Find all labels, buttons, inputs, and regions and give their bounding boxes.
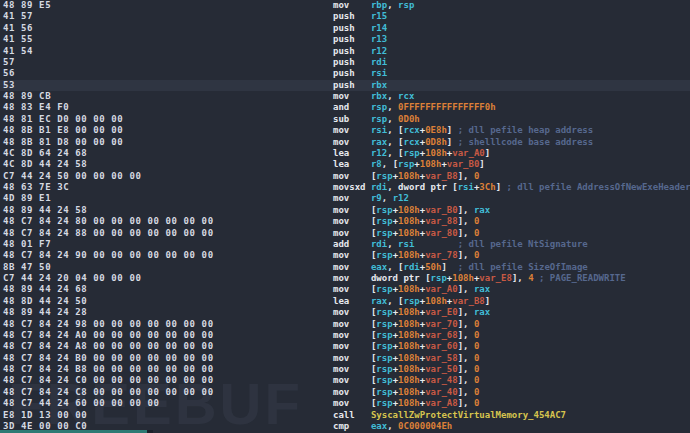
disasm-row[interactable]: 48 8B 81 D8 00 00 00mov rax, [rcx+0D8h] … [0,137,690,148]
operands: eax, 0C000004Eh [371,421,452,431]
disasm-row[interactable]: C7 44 24 20 04 00 00 00mov dword ptr [rs… [0,273,690,284]
disasm-row[interactable]: 48 89 44 24 28mov [rsp+108h+var_E0], rax [0,307,690,318]
disasm-row[interactable]: 48 C7 84 24 C8 00 00 00 00 00 00 00mov [… [0,387,690,398]
instruction-bytes: 48 8B 81 D8 00 00 00 [0,137,333,148]
disasm-row[interactable]: 4C 8D 44 24 58lea r8, [rsp+108h+var_B0] [0,159,690,170]
disasm-row[interactable]: 4C 8D 64 24 68lea r12, [rsp+108h+var_A0] [0,148,690,159]
comment: ; PAGE_READWRITE [539,273,626,283]
disasm-row[interactable]: E8 1D 13 00 00call SyscallZwProtectVirtu… [0,410,690,421]
mnemonic: mov [333,319,371,329]
mnemonic: mov [333,307,371,317]
mnemonic: add [333,239,371,249]
mnemonic: mov [333,273,371,283]
instruction-bytes: 48 89 CB [0,91,333,102]
mnemonic: mov [333,250,371,260]
operands: [rsp+108h+var_60], 0 [371,341,479,351]
comment: ; dll pefile NtSignature [458,239,588,249]
operands: r9, r12 [371,193,409,203]
instruction: mov rbp, rsp [333,0,414,11]
instruction-bytes: 41 54 [0,46,333,57]
instruction-bytes: 41 57 [0,11,333,22]
instruction-bytes: 48 C7 84 24 98 00 00 00 00 00 00 00 [0,319,333,330]
instruction: mov dword ptr [rsp+108h+var_E8], 4 ; PAG… [333,273,626,284]
disasm-row[interactable]: 48 89 CBmov rbx, rcx [0,91,690,102]
disasm-row[interactable]: 8B 47 50mov eax, [rdi+50h] ; dll pefile … [0,262,690,273]
mnemonic: mov [333,216,371,226]
mnemonic: mov [333,375,371,385]
disasm-row[interactable]: 48 8B B1 E8 00 00 00mov rsi, [rcx+0E8h] … [0,125,690,136]
disasm-row[interactable]: 48 C7 84 24 B8 00 00 00 00 00 00 00mov [… [0,364,690,375]
disasm-row[interactable]: 56push rsi [0,68,690,79]
instruction-bytes: 53 [0,80,333,91]
operands: [rsp+108h+var_A0], rax [371,284,490,294]
operands: rbp, rsp [371,0,414,10]
instruction: add rdi, rsi ; dll pefile NtSignature [333,239,588,250]
disasm-row[interactable]: 48 C7 84 24 B0 00 00 00 00 00 00 00mov [… [0,353,690,364]
disasm-row[interactable]: 53push rbx [0,80,690,91]
mnemonic: movsxd [333,182,371,192]
disasm-row[interactable]: 48 C7 84 24 90 00 00 00 00 00 00 00mov [… [0,250,690,261]
instruction-bytes: 48 C7 84 24 C8 00 00 00 00 00 00 00 [0,387,333,398]
instruction-bytes: 48 89 E5 [0,0,333,11]
mnemonic: mov [333,0,371,10]
disasm-row[interactable]: 48 C7 84 24 A8 00 00 00 00 00 00 00mov [… [0,341,690,352]
instruction: push rbx [333,80,387,91]
mnemonic: mov [333,228,371,238]
disasm-row[interactable]: 48 C7 84 24 98 00 00 00 00 00 00 00mov [… [0,319,690,330]
instruction: mov [rsp+108h+var_78], 0 [333,250,479,261]
mnemonic: mov [333,193,371,203]
operands: rax, [rcx+0D8h] [371,137,452,147]
mnemonic: push [333,34,371,44]
operands: eax, [rdi+50h] [371,262,447,272]
instruction: push rdi [333,57,387,68]
disasm-row[interactable]: 41 55push r13 [0,34,690,45]
disasm-row[interactable]: 48 89 44 24 58mov [rsp+108h+var_B0], rax [0,205,690,216]
disasm-row[interactable]: 57push rdi [0,57,690,68]
mnemonic: push [333,68,371,78]
operands: r12 [371,46,387,56]
comment: ; shelllcode base address [458,137,593,147]
disasm-row[interactable]: 48 8D 44 24 50lea rax, [rsp+108h+var_B8] [0,296,690,307]
disasm-row[interactable]: 41 57push r15 [0,11,690,22]
disasm-row[interactable]: 41 54push r12 [0,46,690,57]
call-target: SyscallZwProtectVirtualMemory_454AC7 [371,410,566,420]
instruction-bytes: 4C 8D 44 24 58 [0,159,333,170]
disasm-row[interactable]: 4D 89 E1mov r9, r12 [0,193,690,204]
instruction-bytes: 48 C7 84 24 C0 00 00 00 00 00 00 00 [0,375,333,386]
instruction: push r15 [333,11,387,22]
mnemonic: and [333,102,371,112]
instruction: mov [rsp+108h+var_B8], 0 [333,171,479,182]
instruction-bytes: C7 44 24 50 00 00 00 00 [0,171,333,182]
disasm-row[interactable]: 48 C7 84 24 A0 00 00 00 00 00 00 00mov [… [0,330,690,341]
instruction: lea r12, [rsp+108h+var_A0] [333,148,490,159]
mnemonic: lea [333,159,371,169]
instruction-bytes: 48 C7 84 24 A8 00 00 00 00 00 00 00 [0,341,333,352]
instruction: call SyscallZwProtectVirtualMemory_454AC… [333,410,566,421]
operands: [rsp+108h+var_58], 0 [371,353,479,363]
instruction: push r14 [333,23,387,34]
instruction-bytes: 48 C7 84 24 80 00 00 00 00 00 00 00 [0,216,333,227]
disasm-row[interactable]: 41 56push r14 [0,23,690,34]
disasm-row[interactable]: C7 44 24 50 00 00 00 00mov [rsp+108h+var… [0,171,690,182]
disasm-row[interactable]: 48 81 EC D0 00 00 00sub rsp, 0D0h [0,114,690,125]
operands: rdi [371,57,387,67]
instruction-bytes: 48 81 EC D0 00 00 00 [0,114,333,125]
disasm-row[interactable]: 48 63 7E 3Cmovsxd rdi, dword ptr [rsi+3C… [0,182,690,193]
operands: [rsp+108h+var_50], 0 [371,364,479,374]
disasm-row[interactable]: 48 C7 84 24 C0 00 00 00 00 00 00 00mov [… [0,375,690,386]
mnemonic: mov [333,387,371,397]
operands: r14 [371,23,387,33]
instruction: mov [rsp+108h+var_80], 0 [333,228,479,239]
operands: [rsp+108h+var_E0], rax [371,307,490,317]
operands: [rsp+108h+var_A8], 0 [371,398,479,408]
disasm-row[interactable]: 48 C7 84 24 88 00 00 00 00 00 00 00mov [… [0,228,690,239]
disasm-row[interactable]: 48 89 44 24 68mov [rsp+108h+var_A0], rax [0,284,690,295]
disasm-row[interactable]: 48 89 E5mov rbp, rsp [0,0,690,11]
disasm-row[interactable]: 48 C7 84 24 80 00 00 00 00 00 00 00mov [… [0,216,690,227]
operands: rsp, 0D0h [371,114,420,124]
instruction-bytes: 48 89 44 24 28 [0,307,333,318]
mnemonic: cmp [333,421,371,431]
disasm-row[interactable]: 48 C7 44 24 60 00 00 00 00mov [rsp+108h+… [0,398,690,409]
disasm-row[interactable]: 48 83 E4 F0and rsp, 0FFFFFFFFFFFFFFF0h [0,102,690,113]
disasm-row[interactable]: 48 01 F7add rdi, rsi ; dll pefile NtSign… [0,239,690,250]
